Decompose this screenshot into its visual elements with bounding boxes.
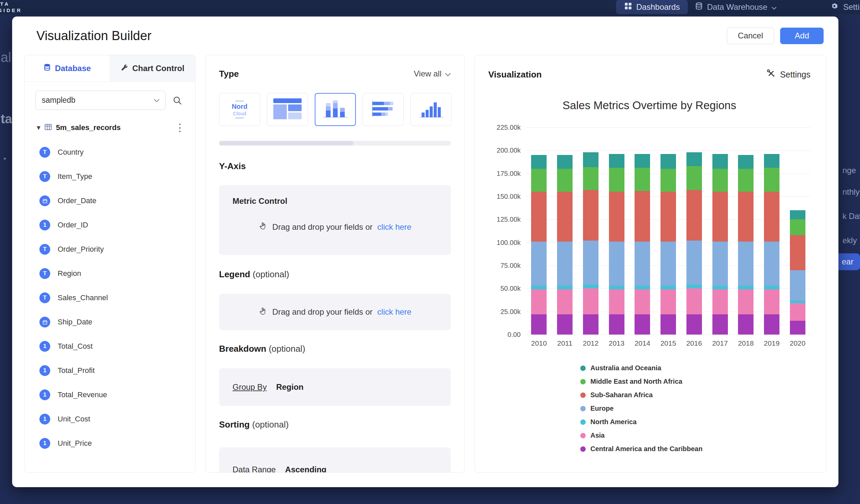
legend-item[interactable]: Middle East and North Africa	[580, 378, 811, 385]
search-icon[interactable]	[170, 93, 184, 107]
group-by-link[interactable]: Group By	[232, 383, 267, 392]
chart-type-treemap[interactable]	[267, 93, 308, 126]
visualization-builder-modal: Visualization Builder Cancel Add Databas…	[12, 16, 838, 487]
x-tick-label: 2019	[759, 339, 785, 347]
bar-segment	[531, 286, 547, 289]
bar-segment	[557, 169, 573, 192]
bar-segment	[686, 190, 702, 241]
bar-segment	[531, 314, 547, 334]
field-type-icon: 1	[40, 389, 50, 400]
table-name: 5m_sales_records	[56, 123, 121, 132]
logo-line2: INSIDER	[0, 8, 22, 14]
page-title: Visualization Builder	[37, 29, 152, 43]
bar-segment	[557, 289, 573, 314]
field-type-icon: T	[40, 171, 50, 182]
field-row[interactable]: 1 Unit_Price	[25, 431, 195, 456]
click-here-link[interactable]: click here	[377, 307, 412, 317]
legend-item[interactable]: Central America and the Caribbean	[580, 445, 811, 453]
chart-x-labels: 2010201120122013201420152016201720182019…	[526, 339, 811, 347]
bar-segment	[531, 289, 547, 314]
bar-segment	[660, 154, 676, 169]
nav-dashboards-label: Dashboards	[636, 2, 680, 12]
field-row[interactable]: 1 Unit_Cost	[25, 407, 195, 431]
tab-chart-control[interactable]: Chart Control	[110, 55, 196, 82]
field-row[interactable]: T Sales_Channel	[25, 286, 195, 310]
settings-button[interactable]: Settings	[766, 68, 811, 81]
field-row[interactable]: T Order_Priority	[25, 237, 195, 261]
field-label: Order_Priority	[58, 245, 104, 254]
field-label: Total_Profit	[58, 366, 95, 375]
tab-chart-control-label: Chart Control	[132, 64, 184, 73]
field-row[interactable]: T Country	[25, 140, 195, 164]
field-row[interactable]: 1 Total_Revenue	[25, 383, 195, 407]
field-row[interactable]: T Region	[25, 261, 195, 286]
background-partial-button[interactable]: ear	[838, 253, 860, 270]
bar-segment	[738, 314, 754, 334]
bar-slot	[526, 127, 552, 334]
chart-type-stacked-bar[interactable]	[363, 93, 404, 126]
bar-segment	[557, 286, 573, 289]
breakdown-field-row[interactable]: Group By Region	[219, 368, 451, 406]
background-text-fragment: nthly	[843, 187, 860, 197]
legend-item[interactable]: Australia and Oceania	[580, 364, 811, 372]
tab-database[interactable]: Database	[25, 55, 110, 82]
chart-type-column[interactable]	[411, 93, 452, 126]
stacked-bar-icon	[369, 98, 397, 120]
kebab-menu-icon[interactable]: ⋮	[175, 124, 185, 132]
stacked-bar	[634, 154, 650, 334]
chart-type-word-cloud[interactable]: Nord Cloud	[219, 93, 260, 126]
drop-hint-text: Drag and drop your fields or	[272, 307, 373, 317]
field-row[interactable]: 1 Total_Profit	[25, 358, 195, 383]
sorting-field-row[interactable]: Data Range Ascending	[219, 447, 451, 473]
bar-segment	[557, 314, 573, 334]
nav-item-dashboards[interactable]: Dashboards	[616, 0, 688, 14]
legend-item[interactable]: Europe	[580, 405, 811, 412]
legend-item[interactable]: Sub-Saharan Africa	[580, 391, 811, 399]
legend-dropzone[interactable]: Drag and drop your fields or click here	[219, 294, 451, 330]
datasource-select[interactable]: sampledb	[35, 91, 166, 110]
bar-segment	[712, 314, 728, 334]
metric-control-dropzone[interactable]: Metric Control Drag and drop your fields…	[219, 185, 451, 255]
add-button[interactable]: Add	[780, 28, 823, 44]
bar-segment	[583, 241, 599, 285]
field-row[interactable]: T Item_Type	[25, 164, 195, 189]
bar-segment	[609, 154, 625, 168]
chart-type-stacked-column[interactable]	[315, 93, 356, 126]
bar-segment	[634, 286, 650, 289]
stacked-bar	[660, 154, 676, 334]
bar-segment	[634, 289, 650, 314]
field-row[interactable]: 1 Total_Cost	[25, 334, 195, 358]
chevron-down-icon	[154, 98, 160, 102]
view-all-button[interactable]: View all	[414, 69, 451, 78]
x-tick-label: 2016	[681, 339, 707, 347]
field-row[interactable]: Ship_Date	[25, 310, 195, 334]
caret-down-icon[interactable]: ▾	[37, 124, 40, 131]
legend-item[interactable]: North America	[580, 418, 811, 426]
stacked-bar	[557, 155, 573, 334]
visualization-panel: Visualization Settings Sales Metrics Ove…	[474, 55, 826, 473]
nav-settings-label: Settings	[843, 2, 860, 12]
field-type-icon: T	[40, 244, 50, 255]
field-label: Region	[58, 269, 81, 278]
nav-item-data-warehouse[interactable]: Data Warehouse	[695, 0, 777, 14]
field-type-icon: 1	[40, 220, 50, 230]
click-here-link[interactable]: click here	[377, 222, 412, 232]
logo-line1: DATA	[0, 1, 22, 8]
nav-item-settings[interactable]: Settings	[830, 0, 860, 14]
bar-segment	[738, 155, 754, 169]
type-scrollbar-track[interactable]	[219, 141, 451, 146]
x-tick-label: 2020	[785, 339, 811, 347]
type-scrollbar-thumb[interactable]	[219, 141, 354, 146]
breakdown-optional-label: (optional)	[269, 344, 305, 354]
cancel-button[interactable]: Cancel	[727, 28, 774, 44]
bar-segment	[738, 242, 754, 286]
legend-dot	[580, 379, 586, 385]
field-row[interactable]: 1 Order_ID	[25, 213, 195, 237]
bar-segment	[531, 169, 547, 192]
gear-icon	[830, 1, 839, 13]
bar-segment	[660, 314, 676, 334]
field-row[interactable]: Order_Date	[25, 189, 195, 213]
sort-field-link[interactable]: Data Range	[232, 465, 276, 473]
legend-label: Australia and Oceania	[590, 364, 661, 372]
legend-item[interactable]: Asia	[580, 432, 811, 439]
